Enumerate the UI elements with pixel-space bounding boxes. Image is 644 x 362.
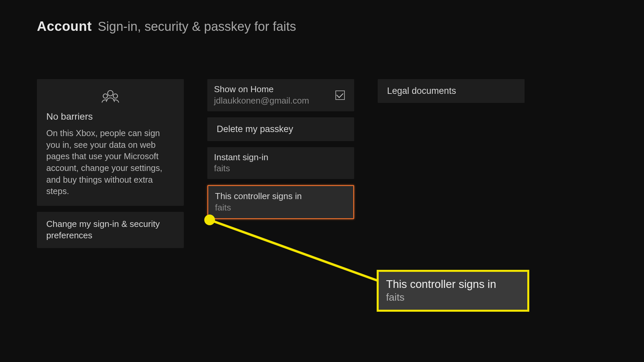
info-card-title: No barriers (46, 111, 174, 122)
left-column: No barriers On this Xbox, people can sig… (37, 79, 184, 248)
middle-column: Show on Home jdlaukkonen@gmail.com Delet… (207, 79, 354, 219)
instant-signin-sub: faits (214, 163, 345, 174)
show-on-home-sub: jdlaukkonen@gmail.com (214, 95, 309, 107)
change-signin-prefs-button[interactable]: Change my sign-in & security preferences (37, 212, 184, 248)
main-content: No barriers On this Xbox, people can sig… (0, 34, 644, 248)
right-column: Legal documents (378, 79, 525, 103)
page-header: Account Sign-in, security & passkey for … (0, 0, 644, 34)
annotation-callout: This controller signs in faits (377, 270, 529, 312)
header-subtitle: Sign-in, security & passkey for faits (98, 19, 296, 34)
controller-signin-title: This controller signs in (215, 191, 344, 202)
show-on-home-button[interactable]: Show on Home jdlaukkonen@gmail.com (207, 79, 354, 111)
show-on-home-text: Show on Home jdlaukkonen@gmail.com (214, 84, 309, 107)
instant-signin-title: Instant sign-in (214, 152, 345, 163)
legal-documents-button[interactable]: Legal documents (378, 79, 525, 103)
change-signin-prefs-label: Change my sign-in & security preferences (46, 219, 174, 241)
checkbox-icon (335, 90, 345, 100)
instant-signin-button[interactable]: Instant sign-in faits (207, 147, 354, 179)
callout-title: This controller signs in (386, 277, 520, 291)
info-card: No barriers On this Xbox, people can sig… (37, 79, 184, 206)
controller-signin-sub: faits (215, 202, 344, 214)
controller-signin-button[interactable]: This controller signs in faits (207, 185, 354, 219)
legal-documents-label: Legal documents (387, 86, 515, 96)
info-card-body: On this Xbox, people can sign you in, se… (46, 127, 174, 197)
delete-passkey-label: Delete my passkey (217, 124, 345, 134)
callout-sub: faits (386, 292, 520, 303)
people-icon (46, 87, 174, 111)
show-on-home-title: Show on Home (214, 84, 309, 95)
delete-passkey-button[interactable]: Delete my passkey (207, 117, 354, 141)
header-title: Account (37, 19, 92, 34)
checkmark-icon (336, 91, 343, 98)
